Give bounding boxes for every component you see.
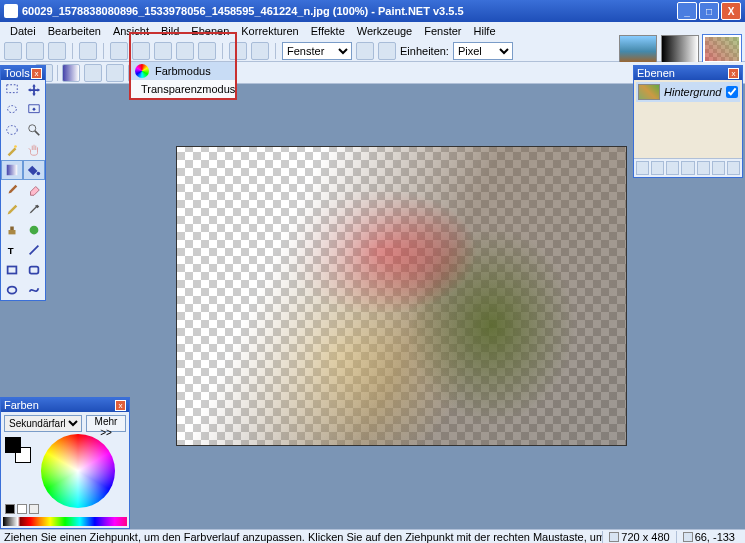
tool-eraser[interactable] [23,180,45,200]
units-label: Einheiten: [400,45,449,57]
gradient-radial-icon[interactable] [84,64,102,82]
menu-datei[interactable]: Datei [4,25,42,37]
paste-button[interactable] [154,42,172,60]
svg-point-2 [7,126,18,135]
svg-line-4 [35,131,39,135]
layer-visible-checkbox[interactable] [726,86,738,98]
tool-paint-bucket[interactable] [23,160,45,180]
menu-ansicht[interactable]: Ansicht [107,25,155,37]
menu-werkzeuge[interactable]: Werkzeuge [351,25,418,37]
undo-button[interactable] [229,42,247,60]
tool-magic-wand[interactable] [1,140,23,160]
menu-item-farbmodus[interactable]: Farbmodus [131,62,235,80]
more-button[interactable]: Mehr >> [86,415,126,432]
open-button[interactable] [26,42,44,60]
tool-pan[interactable] [23,140,45,160]
layer-properties-button[interactable] [727,161,740,175]
menu-item-transparenzmodus[interactable]: Transparenzmodus [131,80,235,98]
thumb-3[interactable] [703,35,741,63]
primary-secondary-swatches[interactable] [5,437,31,463]
layers-panel-title: Ebenen [637,67,675,79]
copy-button[interactable] [132,42,150,60]
tool-pencil[interactable] [1,200,23,220]
recent-color[interactable] [5,504,15,514]
tool-line[interactable] [23,240,45,260]
minimize-button[interactable]: _ [677,2,697,20]
merge-layer-button[interactable] [681,161,694,175]
delete-layer-button[interactable] [651,161,664,175]
tool-paintbrush[interactable] [1,180,23,200]
colors-panel-close[interactable]: x [115,400,126,411]
save-button[interactable] [48,42,66,60]
tool-lasso[interactable] [1,100,23,120]
separator [103,43,104,59]
tools-panel-close[interactable]: x [31,68,42,79]
redo-button[interactable] [251,42,269,60]
cut-button[interactable] [110,42,128,60]
tool-ellipse[interactable] [1,280,23,300]
new-button[interactable] [4,42,22,60]
tool-move-selection[interactable] [23,100,45,120]
ruler-button[interactable] [378,42,396,60]
gradient-diamond-icon[interactable] [106,64,124,82]
layers-panel-close[interactable]: x [728,68,739,79]
tool-move[interactable] [23,80,45,100]
duplicate-layer-button[interactable] [666,161,679,175]
layer-thumbnail [638,84,660,100]
add-layer-button[interactable] [636,161,649,175]
color-mode-menu: Farbmodus Transparenzmodus [129,62,237,100]
tool-gradient[interactable] [1,160,23,180]
zoom-combo[interactable]: Fenster [282,42,352,60]
tool-rounded-rectangle[interactable] [23,260,45,280]
maximize-button[interactable]: □ [699,2,719,20]
menu-hilfe[interactable]: Hilfe [468,25,502,37]
menu-effekte[interactable]: Effekte [305,25,351,37]
menu-bearbeiten[interactable]: Bearbeiten [42,25,107,37]
tools-panel: Tools x T [0,65,46,301]
deselect-button[interactable] [198,42,216,60]
image-content [177,147,626,445]
menu-korrekturen[interactable]: Korrekturen [235,25,304,37]
layer-item[interactable]: Hintergrund [636,82,740,102]
tool-rectangle-select[interactable] [1,80,23,100]
gradient-linear-icon[interactable] [62,64,80,82]
svg-point-3 [29,125,36,132]
tool-zoom[interactable] [23,120,45,140]
color-type-combo[interactable]: Sekundärfarben [4,415,82,432]
color-wheel-icon [135,64,149,78]
tool-clone-stamp[interactable] [1,220,23,240]
tool-ellipse-select[interactable] [1,120,23,140]
tool-recolor[interactable] [23,220,45,240]
menu-item-label: Transparenzmodus [141,83,235,95]
crop-button[interactable] [176,42,194,60]
svg-point-7 [37,172,41,176]
layer-name: Hintergrund [664,86,722,98]
thumb-1[interactable] [619,35,657,63]
primary-color-swatch[interactable] [5,437,21,453]
recent-color[interactable] [17,504,27,514]
menu-fenster[interactable]: Fenster [418,25,467,37]
tool-freeform[interactable] [23,280,45,300]
color-palette-strip[interactable] [3,517,127,526]
layer-up-button[interactable] [697,161,710,175]
print-button[interactable] [79,42,97,60]
status-dimensions: 720 x 480 [602,531,675,543]
colors-panel-header[interactable]: Farben x [1,398,129,412]
grid-button[interactable] [356,42,374,60]
tool-color-picker[interactable] [23,200,45,220]
menu-ebenen[interactable]: Ebenen [185,25,235,37]
layer-down-button[interactable] [712,161,725,175]
tool-rectangle[interactable] [1,260,23,280]
menu-bild[interactable]: Bild [155,25,185,37]
cursor-icon [683,532,693,542]
close-button[interactable]: X [721,2,741,20]
layers-panel-header[interactable]: Ebenen x [634,66,742,80]
color-wheel[interactable] [41,434,115,508]
canvas[interactable] [176,146,627,446]
units-combo[interactable]: Pixel [453,42,513,60]
recent-color-add[interactable] [29,504,39,514]
tools-panel-header[interactable]: Tools x [1,66,45,80]
main-toolbar: Fenster Einheiten: Pixel [0,40,745,62]
tool-text[interactable]: T [1,240,23,260]
thumb-2[interactable] [661,35,699,63]
